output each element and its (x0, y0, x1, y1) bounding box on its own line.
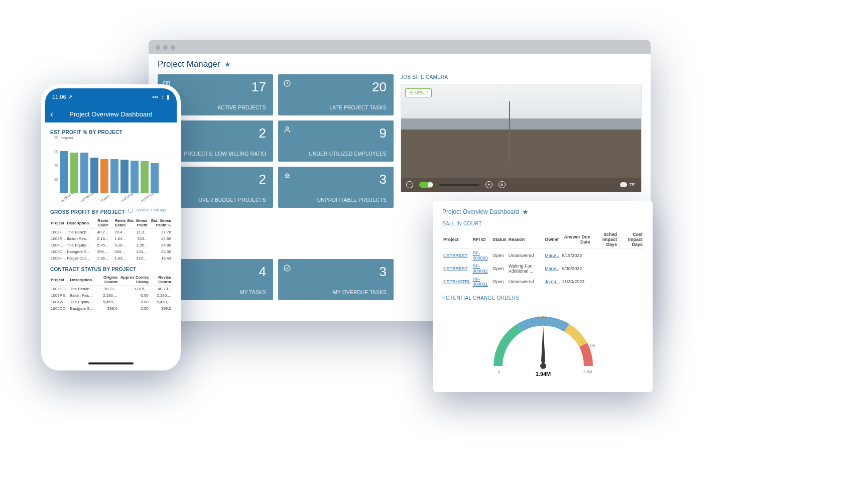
rfi-link[interactable]: RF-000002 (472, 262, 492, 275)
table-header: Est. Gross Profit (126, 217, 148, 229)
table-header: Description (66, 217, 91, 229)
unprofitable-icon (283, 172, 291, 180)
contract-status-heading: CONTRACT STATUS BY PROJECT (50, 267, 172, 272)
tile-label: UNDER UTILIZED EMPLOYEES (285, 151, 387, 157)
favorite-star-icon[interactable]: ★ (224, 60, 231, 68)
owner-link[interactable]: Jorda... (544, 275, 561, 288)
clock-icon (283, 79, 291, 87)
svg-point-9 (540, 363, 546, 369)
camera-toggle[interactable] (419, 182, 433, 188)
chart-y-axis: 20406080 (50, 137, 59, 193)
chart-bar[interactable] (100, 159, 108, 193)
owner-link[interactable]: Marw... (544, 249, 561, 263)
gross-profit-heading: GROSS PROFIT BY PROJECT (50, 209, 125, 215)
table-header: Description (69, 274, 94, 286)
gauge-tick-max: 3.9M (583, 369, 592, 374)
chart-bar[interactable] (90, 158, 98, 193)
weather-indicator: 75° (620, 182, 636, 187)
chart-bar[interactable] (141, 161, 149, 193)
person-icon (283, 126, 291, 134)
table-header: Answer Due Date (561, 230, 591, 249)
cell: Open (491, 262, 508, 275)
chart-bar[interactable] (110, 159, 118, 193)
status-time: 11:06 ↗ (52, 94, 72, 100)
kpi-tile[interactable]: 3UNPROFITABLE PROJECTS (278, 167, 394, 208)
overview-dashboard-card: Project Overview Dashboard ★ BALL IN COU… (433, 201, 653, 392)
tile-value: 9 (285, 126, 387, 141)
kpi-tile[interactable]: 3MY OVERDUE TASKS (278, 259, 394, 300)
cell: 11/30/2022 (561, 275, 591, 288)
tile-label: UNPROFITABLE PROJECTS (285, 197, 387, 203)
chart-bar[interactable] (131, 161, 139, 193)
kpi-tile[interactable]: 9UNDER UTILIZED EMPLOYEES (278, 120, 394, 162)
ball-in-court-table: ProjectRFI IDStatusReasonOwnerAnswer Due… (442, 230, 644, 288)
table-row[interactable]: CSTRHOTELRF-000001OpenUnansweredJorda...… (442, 275, 644, 288)
table-row[interactable]: 1003RE...Italian Restaurant ...2,186,...… (50, 292, 172, 299)
table-row[interactable]: 1002H...The Beach Hot...40,7...29,4...11… (50, 229, 172, 236)
table-row[interactable]: 1004...The Equity Gro...5,45...4,10...1,… (50, 242, 172, 248)
temperature-value: 75° (629, 182, 636, 187)
camera-zoom-slider[interactable] (439, 184, 479, 186)
table-header: Project (50, 217, 66, 229)
table-header: Est. Gross Profit % (148, 217, 172, 229)
table-row[interactable]: 1003R...Italian Restaura...2,18...1,64..… (50, 235, 172, 242)
rfi-link[interactable]: RF-000003 (472, 249, 492, 263)
table-row[interactable]: 1002HO...The Beach Hotel a...39,71...1,0… (50, 286, 172, 293)
rfi-link[interactable]: RF-000001 (472, 275, 492, 288)
ball-in-court-heading: BALL IN COURT (442, 221, 644, 226)
gross-profit-table: ProjectDescriptionRevis ContrRevis Estim… (50, 217, 172, 262)
refresh-icon[interactable] (128, 208, 133, 213)
project-link[interactable]: CSTRREST (442, 262, 472, 275)
owner-link[interactable]: Marw... (544, 262, 561, 275)
table-row[interactable]: CSTRRESTRF-000003OpenUnansweredMarw...8/… (442, 249, 644, 263)
chart-bar[interactable] (60, 151, 68, 193)
table-row[interactable]: 1004WI...The Equity Group -...5,459,...0… (50, 299, 172, 305)
svg-point-4 (286, 127, 289, 130)
updated-label: Updated 1 min ago (136, 208, 166, 212)
gauge-tick-mid2: 3M (589, 343, 595, 348)
favorite-star-icon[interactable]: ★ (522, 208, 529, 216)
zoom-out-icon[interactable]: − (406, 181, 413, 188)
svg-marker-8 (541, 326, 545, 366)
table-row[interactable]: 1006H...Flager Custom ...1,96...1,63...3… (50, 255, 172, 262)
chart-bars (60, 139, 172, 193)
camera-image-crane (509, 101, 510, 162)
mobile-device: 11:06 ↗ ••• ⋮ ▮ ‹ Project Overview Dashb… (41, 84, 181, 370)
cell: Open (491, 249, 508, 263)
est-profit-heading: EST PROFIT % BY PROJECT (50, 130, 172, 135)
table-header: Revis Contr (91, 217, 108, 229)
card-title-text: Project Overview Dashboard (442, 208, 519, 215)
cell: 9/30/2022 (561, 262, 591, 275)
window-dot (163, 45, 168, 50)
table-header: Project (50, 274, 69, 286)
gauge-value: 1.94M (535, 371, 551, 377)
tile-value: 20 (285, 79, 387, 95)
table-row[interactable]: 1005COEastgate Strip Mall399,00.00399,0 (50, 305, 172, 312)
page-title: Project Manager ★ (158, 59, 642, 69)
share-icon[interactable]: ⋔ (499, 181, 506, 188)
table-row[interactable]: CSTRRESTRF-000002OpenWaiting For Additio… (442, 262, 644, 275)
chart-bar[interactable] (120, 160, 129, 193)
chart-bar[interactable] (70, 153, 78, 193)
phone-notch (81, 87, 141, 99)
camera-controls: − + ⋔ 75° (401, 178, 641, 192)
cloud-icon (620, 182, 627, 187)
table-header: Owner (544, 230, 561, 249)
chart-bar[interactable] (151, 163, 159, 193)
kpi-tile[interactable]: 20LATE PROJECT TASKS (278, 74, 394, 115)
tile-value: 3 (285, 264, 387, 280)
project-link[interactable]: CSTRHOTEL (442, 275, 472, 288)
home-indicator[interactable] (88, 362, 134, 364)
back-icon[interactable]: ‹ (50, 109, 53, 119)
table-header: Sched Impact Days (591, 230, 618, 249)
window-dot (171, 45, 175, 50)
job-site-camera[interactable]: ☰ MENU − + ⋔ 75° (401, 84, 642, 192)
table-row[interactable]: 1005C...Eastgate Strip ...399,...265,...… (50, 248, 172, 255)
chart-bar[interactable] (80, 153, 88, 193)
phone-header-title: Project Overview Dashboard (69, 110, 152, 118)
camera-menu-button[interactable]: ☰ MENU (405, 88, 432, 97)
zoom-in-icon[interactable]: + (485, 181, 492, 188)
table-header: Cost Impact Days (618, 230, 644, 249)
project-link[interactable]: CSTRREST (442, 249, 472, 263)
tile-label: MY OVERDUE TASKS (285, 290, 387, 295)
